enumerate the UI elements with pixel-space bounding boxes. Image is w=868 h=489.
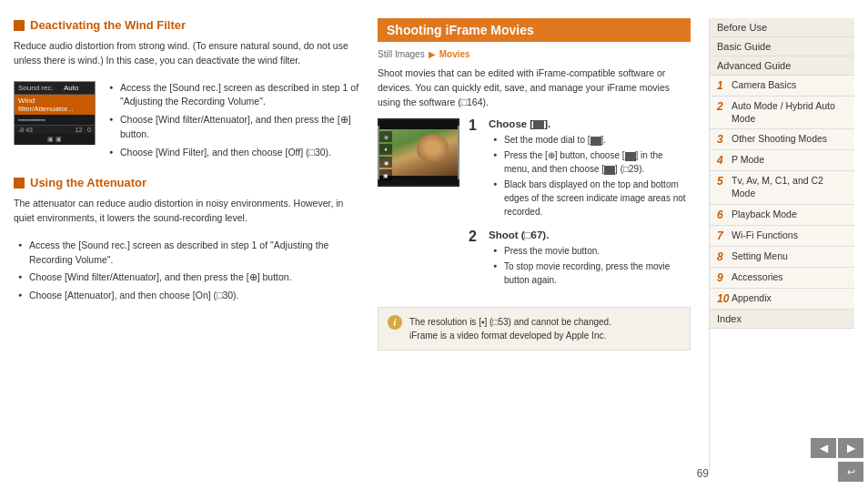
sidebar-num: 2 (717, 100, 728, 113)
bullet-item: Choose [Attenuator], and then choose [On… (18, 289, 359, 303)
step-2-bullets: Press the movie button. To stop movie re… (489, 244, 691, 287)
screen-row-sound: Sound rec. Auto (15, 82, 95, 95)
attenuator-body: The attenuator can reduce audio distorti… (14, 197, 359, 226)
sidebar-item-before-use[interactable]: Before Use (710, 18, 854, 37)
sidebar-num: 10 (717, 292, 728, 305)
wind-filter-section: Deactivating the Wind Filter Reduce audi… (14, 18, 359, 163)
step-bullet: To stop movie recording, press the movie… (493, 260, 691, 287)
attenuator-title: Using the Attenuator (14, 176, 359, 189)
iframe-title: Shooting iFrame Movies (378, 18, 691, 42)
screen-row-levels: ▪▪▪▪▪▪▪▪▪▪▪▪ (15, 115, 95, 126)
sidebar-item-setting-menu[interactable]: 8 Setting Menu (710, 247, 854, 268)
step-bullet: Set the mode dial to []. (493, 133, 691, 147)
bullet-item: Access the [Sound rec.] screen as descri… (109, 81, 359, 110)
sidebar-num: 8 (717, 250, 728, 263)
breadcrumb-movies: Movies (439, 49, 470, 59)
sidebar-num: 3 (717, 133, 728, 146)
sidebar-num: 4 (717, 154, 728, 167)
wind-filter-body: Reduce audio distortion from strong wind… (14, 39, 359, 68)
bullet-item: Choose [Wind filter/Attenuator], and the… (18, 270, 359, 285)
sidebar-item-index[interactable]: Index (710, 310, 854, 329)
navigation-buttons: ◀ ▶ ↩ (811, 438, 863, 482)
next-button[interactable]: ▶ (838, 438, 863, 458)
sidebar-item-other-shooting[interactable]: 3 Other Shooting Modes (710, 129, 854, 150)
sidebar-label: Playback Mode (732, 209, 847, 221)
step-2: 2 Shoot (□67). Press the movie button. T… (469, 229, 691, 289)
bullet-item: Choose [Wind Filter], and then choose [O… (109, 146, 359, 160)
camera-screen-image: Sound rec. Auto Wind filter/Attenuator..… (14, 81, 96, 145)
breadcrumb: Still Images ▶ Movies (378, 49, 691, 59)
sidebar-item-auto-mode[interactable]: 2 Auto Mode / Hybrid Auto Mode (710, 97, 854, 129)
iframe-section: Shooting iFrame Movies Still Images ▶ Mo… (378, 18, 691, 351)
wind-filter-bullets: Access the [Sound rec.] screen as descri… (105, 81, 359, 164)
page-number: 69 (697, 467, 709, 480)
note-box: i The resolution is [▪] (□53) and cannot… (378, 307, 691, 351)
sidebar-num: 5 (717, 175, 728, 188)
wind-filter-content: Sound rec. Auto Wind filter/Attenuator..… (14, 81, 359, 164)
sidebar-num: 9 (717, 271, 728, 284)
screen-row-highlighted: Wind filter/Attenuator... (15, 95, 95, 115)
sidebar-label: Wi-Fi Functions (732, 229, 847, 242)
step-2-number: 2 (469, 229, 481, 289)
sidebar-label: Appendix (732, 292, 847, 305)
sidebar-item-advanced-guide[interactable]: Advanced Guide (710, 56, 854, 76)
right-sidebar: Before Use Basic Guide Advanced Guide 1 … (709, 18, 854, 471)
sidebar-item-p-mode[interactable]: 4 P Mode (710, 150, 854, 171)
bullet-item: Choose [Wind filter/Attenuator], and the… (109, 113, 359, 142)
home-row: ↩ (838, 462, 863, 482)
step-bullet: Black bars displayed on the top and bott… (493, 178, 691, 219)
black-bar-top (379, 120, 458, 129)
ui-icon: ♦ (379, 144, 392, 155)
mode-icon (533, 120, 544, 129)
mode-icon (625, 152, 636, 161)
dog-head (417, 134, 449, 161)
section-icon (14, 20, 25, 31)
sidebar-item-basic-guide[interactable]: Basic Guide (710, 37, 854, 56)
note-line-2: iFrame is a video format developed by Ap… (409, 329, 611, 342)
sidebar-item-camera-basics[interactable]: 1 Camera Basics (710, 76, 854, 97)
iframe-image: ⊕ ♦ ◉ ▣ (378, 118, 459, 187)
camera-frame: ⊕ ♦ ◉ ▣ (379, 120, 458, 185)
home-button[interactable]: ↩ (838, 462, 863, 482)
step-1-title: Choose []. (489, 118, 691, 129)
mode-icon (604, 166, 615, 175)
wind-filter-title: Deactivating the Wind Filter (14, 18, 359, 32)
prev-button[interactable]: ◀ (811, 438, 836, 458)
step-2-title: Shoot (□67). (489, 229, 691, 240)
sidebar-label: Tv, Av, M, C1, and C2 Mode (732, 175, 847, 199)
iframe-img-inner: ⊕ ♦ ◉ ▣ (378, 118, 459, 187)
breadcrumb-still: Still Images (378, 49, 425, 59)
camera-ui-icons: ⊕ ♦ ◉ ▣ (379, 131, 392, 180)
sidebar-label: Other Shooting Modes (732, 133, 847, 146)
attenuator-section: Using the Attenuator The attenuator can … (14, 176, 359, 303)
prev-next-row: ◀ ▶ (811, 438, 863, 458)
sidebar-item-appendix[interactable]: 10 Appendix (710, 289, 854, 310)
step-2-content: Shoot (□67). Press the movie button. To … (489, 229, 691, 289)
ui-icon: ⊕ (379, 131, 392, 142)
left-column: Deactivating the Wind Filter Reduce audi… (14, 18, 359, 471)
ui-icon: ◉ (379, 157, 392, 168)
step-1-content: Choose []. Set the mode dial to []. Pres… (489, 118, 691, 220)
sidebar-label: P Mode (732, 154, 847, 167)
screen-bottom: -8 43 12 0 (15, 126, 95, 134)
iframe-steps: ⊕ ♦ ◉ ▣ 1 (378, 118, 691, 298)
note-line-1: The resolution is [▪] (□53) and cannot b… (409, 315, 611, 329)
step-bullet: Press the [⊕] button, choose [] in the m… (493, 148, 691, 176)
middle-column: Shooting iFrame Movies Still Images ▶ Mo… (378, 18, 691, 471)
iframe-description: Shoot movies that can be edited with iFr… (378, 66, 691, 109)
sidebar-item-tv-av[interactable]: 5 Tv, Av, M, C1, and C2 Mode (710, 171, 854, 204)
sidebar-item-playback[interactable]: 6 Playback Mode (710, 205, 854, 226)
sidebar-label: Setting Menu (732, 250, 847, 263)
section-icon (14, 178, 25, 188)
sidebar-item-accessories[interactable]: 9 Accessories (710, 268, 854, 289)
sidebar-num: 6 (717, 209, 728, 221)
step-1-bullets: Set the mode dial to []. Press the [⊕] b… (489, 133, 691, 219)
mode-icon (590, 137, 601, 146)
step-1-number: 1 (469, 118, 481, 220)
sidebar-num: 1 (717, 79, 728, 92)
step-1: 1 Choose []. Set the mode dial to []. Pr… (469, 118, 691, 220)
attenuator-bullets: Access the [Sound rec.] screen as descri… (14, 239, 359, 303)
sidebar-item-wifi[interactable]: 7 Wi-Fi Functions (710, 226, 854, 247)
sidebar-label: Camera Basics (732, 79, 847, 92)
note-text: The resolution is [▪] (□53) and cannot b… (409, 315, 611, 342)
